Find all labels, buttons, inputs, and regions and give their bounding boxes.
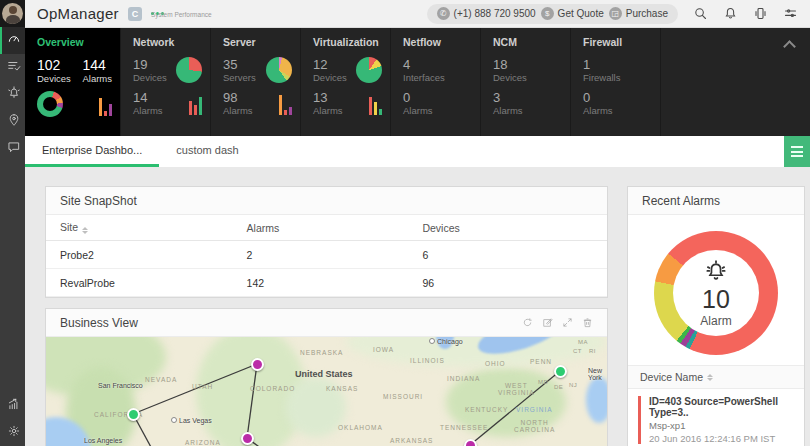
column-header-alarms[interactable]: Alarms (247, 222, 423, 234)
map-state-label: OKLAHOMA (338, 424, 383, 431)
subtab-custom-dash[interactable]: custom dash (159, 136, 255, 167)
sidebar-item-reports[interactable] (0, 392, 25, 419)
refresh-icon[interactable] (522, 317, 533, 328)
left-sidebar (0, 0, 25, 446)
alarm-donut-center: 10 Alarm (673, 250, 759, 336)
collapse-chevron-up-icon[interactable] (785, 40, 794, 49)
tab-row: 14Alarms (133, 90, 202, 116)
site-snapshot-table: SiteAlarmsDevices Probe226RevalProbe1429… (46, 215, 607, 297)
recent-alarms-header: Recent Alarms (628, 187, 804, 215)
subtab-enterprise-dashbo-[interactable]: Enterprise Dashbo... (25, 136, 159, 167)
alarm-count-label: Alarm (700, 314, 731, 328)
stat-label: Alarms (82, 73, 112, 84)
column-header-devices[interactable]: Devices (422, 222, 593, 234)
purchase-link[interactable]: ◲Purchase (609, 7, 668, 20)
table-cell: RevalProbe (60, 277, 247, 289)
expand-icon[interactable] (562, 317, 573, 328)
settings-sliders-icon[interactable] (783, 6, 798, 21)
stat-value: 0 (403, 90, 433, 105)
tab-row: 1Firewalls (583, 57, 652, 83)
tab-stat: 4Interfaces (403, 57, 445, 83)
tab-network[interactable]: Network19Devices14Alarms (121, 28, 211, 136)
stat-label: Alarms (133, 105, 163, 116)
sidebar-item-alarms[interactable] (0, 81, 25, 108)
map-device-marker[interactable] (241, 432, 254, 445)
site-snapshot-title: Site SnapShot (60, 194, 137, 208)
alarm-list-item[interactable]: ID=403 Source=PowerShell Type=3..Msp-xp1… (638, 396, 794, 444)
map-state-label: MISSOURI (383, 393, 423, 400)
map-device-marker[interactable] (464, 439, 477, 446)
right-column: Recent Alarms 10 Alarm Device Name ID=40… (627, 186, 805, 446)
dashboard-menu-button[interactable] (784, 136, 810, 167)
map-state-label: KENTUCKY (465, 406, 508, 413)
alarm-bell-icon (7, 86, 21, 104)
map-state-label: TENNESSEE (440, 424, 488, 431)
avatar-photo (2, 3, 23, 24)
map-device-marker[interactable] (251, 358, 264, 371)
tab-stat: 3Alarms (493, 90, 523, 116)
table-cell: 6 (422, 249, 593, 261)
sidebar-item-chat[interactable] (0, 135, 25, 162)
table-row[interactable]: RevalProbe14296 (46, 269, 607, 297)
gear-icon (7, 424, 21, 442)
map-device-marker[interactable] (554, 365, 567, 378)
tab-stat: 35Servers (223, 57, 256, 83)
phone-link[interactable]: ✆(+1) 888 720 9500 (437, 7, 536, 20)
stat-value: 18 (493, 57, 527, 72)
notification-bell-icon[interactable] (723, 6, 738, 21)
map-pin-icon (7, 113, 21, 131)
stat-label: Alarms (223, 105, 253, 116)
delete-icon[interactable] (582, 317, 593, 328)
chat-bubble-icon (7, 140, 21, 158)
business-view-map[interactable]: NEVADAUTAHCALIFORNIACOLORADONEBRASKAKANS… (46, 337, 607, 446)
sidebar-item-maps[interactable] (0, 108, 25, 135)
tab-virtualization[interactable]: Virtualization12Devices13Alarms (301, 28, 391, 136)
business-view-panel: Business View (45, 308, 608, 446)
column-header-site[interactable]: Site (60, 221, 247, 234)
bell-icon (703, 259, 729, 285)
stat-label: Devices (493, 72, 527, 83)
tab-netflow[interactable]: Netflow4Interfaces0Alarms (391, 28, 481, 136)
sidebar-item-settings[interactable] (0, 419, 25, 446)
map-city-label: Chicago (429, 338, 463, 345)
alarm-list-header[interactable]: Device Name (628, 365, 804, 389)
stat-label: Firewalls (583, 72, 620, 83)
tab-pie-chart (356, 57, 382, 83)
tab-ncm[interactable]: NCM18Devices3Alarms (481, 28, 571, 136)
tab-pie-chart (176, 57, 202, 83)
tab-server[interactable]: Server35Servers98Alarms (211, 28, 301, 136)
tab-label: Virtualization (313, 36, 382, 48)
table-row[interactable]: Probe226 (46, 241, 607, 269)
mobile-app-icon[interactable] (753, 6, 768, 21)
alarm-donut-wrap: 10 Alarm (628, 215, 804, 365)
search-icon[interactable] (693, 6, 708, 21)
map-device-marker[interactable] (127, 408, 140, 421)
map-state-label: PENN (530, 358, 552, 365)
tab-overview[interactable]: Overview102Devices144Alarms (25, 28, 121, 136)
tab-label: Firewall (583, 36, 652, 48)
alarm-list: ID=403 Source=PowerShell Type=3..Msp-xp1… (628, 389, 804, 446)
tab-stat: 144Alarms (82, 57, 112, 84)
table-cell: 96 (422, 277, 593, 289)
user-avatar[interactable] (0, 0, 25, 27)
sidebar-item-inventory[interactable] (0, 54, 25, 81)
contact-pill: ✆(+1) 888 720 9500 $Get Quote ◲Purchase (427, 4, 678, 24)
tab-firewall[interactable]: Firewall1Firewalls0Alarms (571, 28, 661, 136)
stat-label: Devices (133, 72, 167, 83)
tab-label: Overview (37, 36, 112, 48)
get-quote-link[interactable]: $Get Quote (541, 7, 604, 20)
tab-strip: Overview102Devices144AlarmsNetwork19Devi… (25, 28, 810, 136)
edit-icon[interactable] (542, 317, 553, 328)
tab-label: Network (133, 36, 202, 48)
tab-label: Server (223, 36, 292, 48)
map-state-label: INDIANA (447, 375, 480, 382)
map-state-label: NEVADA (145, 376, 177, 383)
stat-label: Devices (313, 72, 347, 83)
map-state-label: VIRGINIA (516, 406, 553, 413)
sidebar-item-dashboard[interactable] (0, 27, 25, 54)
header-actions: ✆(+1) 888 720 9500 $Get Quote ◲Purchase (427, 4, 798, 24)
overview-bar-chart (99, 92, 112, 116)
map-city-label: San Francisco (98, 382, 143, 389)
tab-label: NCM (493, 36, 562, 48)
alarm-donut-chart[interactable]: 10 Alarm (654, 231, 778, 355)
